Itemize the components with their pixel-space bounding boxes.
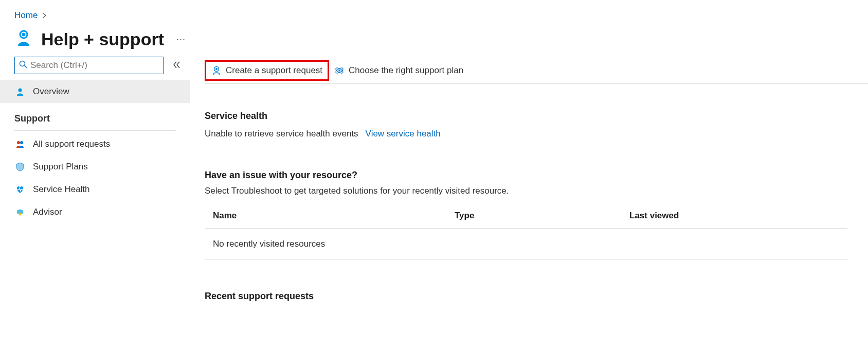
col-name: Name <box>213 211 455 221</box>
svg-line-3 <box>25 66 27 68</box>
col-type: Type <box>455 211 629 221</box>
sidebar-item-support-plans[interactable]: Support Plans <box>0 155 190 178</box>
svg-point-6 <box>20 141 23 144</box>
page-title: Help + support <box>41 29 164 49</box>
sidebar-collapse-button[interactable] <box>173 61 181 71</box>
sidebar-item-overview[interactable]: Overview <box>0 80 190 103</box>
breadcrumb: Home <box>0 0 868 21</box>
table-header: Name Type Last viewed <box>205 211 847 229</box>
svg-point-1 <box>22 33 26 37</box>
advisor-icon <box>14 208 26 217</box>
sidebar-search[interactable] <box>14 57 164 74</box>
sidebar: Overview Support All support requests Su… <box>0 57 190 302</box>
headset-person-icon <box>211 65 222 76</box>
toolbar-button-label: Choose the right support plan <box>349 65 463 76</box>
svg-point-4 <box>19 89 22 92</box>
svg-point-7 <box>19 213 22 216</box>
more-button[interactable]: ··· <box>176 34 186 45</box>
svg-point-5 <box>17 141 20 144</box>
table-empty-row: No recently visited resources <box>205 229 847 260</box>
toolbar: Create a support request Choose the righ… <box>205 57 868 82</box>
overview-icon <box>14 87 26 96</box>
sidebar-item-service-health[interactable]: Service Health <box>0 178 190 201</box>
help-support-icon <box>14 29 33 49</box>
sidebar-section-support: Support <box>0 103 190 127</box>
page-header: Help + support ··· <box>0 21 868 57</box>
service-health-heading: Service health <box>205 111 868 122</box>
toolbar-button-label: Create a support request <box>226 65 322 76</box>
chevron-right-icon <box>42 11 47 20</box>
svg-point-2 <box>20 61 25 66</box>
sidebar-item-label: Overview <box>33 87 69 97</box>
choose-support-plan-button[interactable]: Choose the right support plan <box>329 60 468 81</box>
all-requests-icon <box>14 140 26 149</box>
search-input[interactable] <box>30 60 159 71</box>
sidebar-item-label: All support requests <box>33 139 110 149</box>
sidebar-item-label: Service Health <box>33 184 90 195</box>
sidebar-item-label: Support Plans <box>33 162 88 172</box>
breadcrumb-home-link[interactable]: Home <box>14 10 38 21</box>
sidebar-item-advisor[interactable]: Advisor <box>0 201 190 223</box>
atom-icon <box>334 65 345 76</box>
issue-heading: Have an issue with your resource? <box>205 170 868 181</box>
svg-point-9 <box>215 68 218 70</box>
recent-requests-heading: Recent support requests <box>205 291 868 302</box>
divider <box>205 83 868 84</box>
col-last-viewed: Last viewed <box>629 211 839 221</box>
main-content: Create a support request Choose the righ… <box>190 57 868 302</box>
divider <box>14 130 176 131</box>
heart-pulse-icon <box>14 185 26 194</box>
view-service-health-link[interactable]: View service health <box>366 129 441 139</box>
resources-table: Name Type Last viewed No recently visite… <box>205 211 847 260</box>
sidebar-item-all-requests[interactable]: All support requests <box>0 133 190 155</box>
create-support-request-button[interactable]: Create a support request <box>205 60 329 81</box>
search-icon <box>19 60 27 71</box>
svg-point-12 <box>338 70 340 72</box>
issue-subtext: Select Troubleshoot to get targeted solu… <box>205 186 868 196</box>
shield-icon <box>14 162 26 171</box>
service-health-message: Unable to retrieve service health events <box>205 129 358 139</box>
sidebar-item-label: Advisor <box>33 207 62 217</box>
